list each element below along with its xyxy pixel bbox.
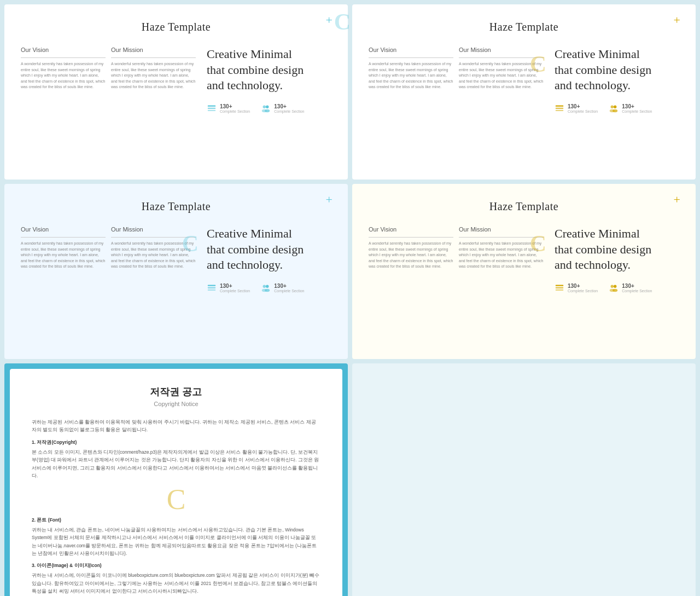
stat-item-3b: 130+ Complete Section xyxy=(261,283,304,293)
slide-2-content: Our Vision A wonderful serenity has take… xyxy=(369,47,679,113)
slide-1-title: Haze Template xyxy=(21,21,331,33)
layers-icon-3 xyxy=(207,283,217,293)
slide-3-hero: Creative Minimal that combine design and… xyxy=(201,226,331,293)
plus-icon-3: + xyxy=(326,194,332,206)
stat-item-4b: 130+ Complete Section xyxy=(609,283,652,293)
vision-header-4: Our Vision xyxy=(369,226,453,233)
slide-3-stats: 130+ Complete Section 130+ xyxy=(207,283,331,293)
vision-divider-3 xyxy=(21,237,106,238)
svg-rect-7 xyxy=(556,109,563,111)
svg-point-27 xyxy=(612,289,617,292)
slide-2-vision: Our Vision A wonderful serenity has take… xyxy=(369,47,453,90)
slide-4-title: Haze Template xyxy=(369,200,679,213)
plus-icon-1: + xyxy=(326,14,332,26)
mission-header-1: Our Mission xyxy=(111,47,196,53)
slide-1-hero-title: Creative Minimal that combine design and… xyxy=(207,47,331,94)
svg-point-6 xyxy=(265,109,270,112)
mission-text-3: A wonderful serenity has taken possessio… xyxy=(111,241,196,270)
slide-3-left: Our Vision A wonderful serenity has take… xyxy=(21,226,196,270)
stat-info-3b: 130+ Complete Section xyxy=(274,283,304,293)
slide-3-mission: Our Mission A wonderful serenity has tak… xyxy=(111,226,196,270)
svg-rect-2 xyxy=(208,105,215,106)
mission-text-1: A wonderful serenity has taken possessio… xyxy=(111,61,196,90)
mission-header-4: Our Mission xyxy=(459,226,544,233)
slide-1-content: Our Vision A wonderful serenity has take… xyxy=(21,47,331,113)
slide-2-left: Our Vision A wonderful serenity has take… xyxy=(369,47,544,90)
copyright-s3-text: 귀하는 내 서비스에, 아이콘들의 이코니이에 blueboxpicture.c… xyxy=(32,571,320,595)
vision-divider-2 xyxy=(369,57,453,58)
slide-3-hero-title: Creative Minimal that combine design and… xyxy=(207,226,331,273)
slide-2-title: Haze Template xyxy=(369,21,679,33)
slide-2-stats: 130+ Complete Section 130+ xyxy=(555,103,679,113)
layers-icon-4 xyxy=(555,283,564,293)
svg-point-20 xyxy=(265,289,270,292)
people-icon-3 xyxy=(261,283,271,293)
copyright-intro: 귀하는 제공된 서비스를 활용하여 이용목적에 맞춰 사용하여 주시기 바랍니다… xyxy=(32,418,320,434)
mission-text-4: A wonderful serenity has taken possessio… xyxy=(459,241,544,270)
people-icon-4 xyxy=(609,283,619,293)
stat-item-2a: 130+ Complete Section xyxy=(555,103,598,113)
copyright-title-en: Copyright Notice xyxy=(32,401,320,407)
vision-text-4: A wonderful serenity has taken possessio… xyxy=(369,241,453,270)
stat-info-2a: 130+ Complete Section xyxy=(568,103,598,113)
slide-4-stats: 130+ Complete Section 130+ xyxy=(555,283,679,293)
vision-text-2: A wonderful serenity has taken possessio… xyxy=(369,61,453,90)
stat-info-4a: 130+ Complete Section xyxy=(568,283,598,293)
svg-rect-21 xyxy=(556,289,563,290)
svg-point-11 xyxy=(614,105,616,108)
stat-item-4a: 130+ Complete Section xyxy=(555,283,598,293)
copyright-card: 저작권 공고 Copyright Notice 귀하는 제공된 서비스를 활용하… xyxy=(10,369,342,596)
slide-3-title: Haze Template xyxy=(21,200,331,213)
vision-header-3: Our Vision xyxy=(21,226,106,233)
svg-rect-1 xyxy=(208,107,215,108)
copyright-s1-title: 1. 저작권(Copyright) xyxy=(32,439,320,446)
stat-item-1b: 130+ Complete Section xyxy=(261,103,304,113)
vision-divider-4 xyxy=(369,237,453,238)
vision-header-2: Our Vision xyxy=(369,47,453,53)
vision-header-1: Our Vision xyxy=(21,47,106,53)
stat-info-1b: 130+ Complete Section xyxy=(274,103,304,113)
copyright-c-letter: C xyxy=(32,485,320,514)
slide-4-hero-title: Creative Minimal that combine design and… xyxy=(555,226,679,273)
stat-info-4b: 130+ Complete Section xyxy=(622,283,652,293)
stat-item-3a: 130+ Complete Section xyxy=(207,283,250,293)
slide-3: + Haze Template Our Vision A wonderful s… xyxy=(4,184,348,359)
svg-point-10 xyxy=(611,105,614,108)
vision-text-1: A wonderful serenity has taken possessio… xyxy=(21,61,106,90)
slide-2-hero: Creative Minimal that combine design and… xyxy=(549,47,679,113)
vision-divider-1 xyxy=(21,57,106,58)
copyright-s3-title: 3. 아이콘(Image) & 이미지(Icon) xyxy=(32,563,320,569)
svg-rect-8 xyxy=(556,107,563,108)
stat-item-2b: 130+ Complete Section xyxy=(609,103,652,113)
svg-rect-9 xyxy=(556,105,563,106)
slide-4-left: Our Vision A wonderful serenity has take… xyxy=(369,226,544,270)
slide-2-hero-title: Creative Minimal that combine design and… xyxy=(555,47,679,94)
slide-1-hero: Creative Minimal that combine design and… xyxy=(201,47,331,113)
stat-item-1a: 130+ Complete Section xyxy=(207,103,250,113)
slide-1-vision: Our Vision A wonderful serenity has take… xyxy=(21,47,106,90)
slide-2: + Haze Template Our Vision A wonderful s… xyxy=(352,4,696,180)
plus-icon-2: + xyxy=(674,14,680,26)
svg-point-25 xyxy=(614,285,616,287)
slide-2-mission: Our Mission A wonderful serenity has tak… xyxy=(459,47,544,90)
layers-icon-1 xyxy=(207,103,217,113)
svg-point-24 xyxy=(611,285,614,287)
svg-rect-0 xyxy=(208,109,215,111)
mission-divider-2 xyxy=(459,57,544,58)
svg-rect-23 xyxy=(556,285,563,286)
svg-rect-14 xyxy=(208,289,215,290)
slide-3-vision: Our Vision A wonderful serenity has take… xyxy=(21,226,106,270)
slide-4-hero: Creative Minimal that combine design and… xyxy=(549,226,679,293)
svg-rect-22 xyxy=(556,287,563,288)
svg-point-3 xyxy=(263,105,266,108)
layers-icon-2 xyxy=(555,103,564,113)
mission-divider-4 xyxy=(459,237,544,238)
slide-1: + Haze Template Our Vision A wonderful s… xyxy=(4,4,348,180)
slide-4-vision: Our Vision A wonderful serenity has take… xyxy=(369,226,453,270)
slide-4: + Haze Template Our Vision A wonderful s… xyxy=(352,184,696,359)
copyright-s2-text: 귀하는 내 서비스에, 관습 폰트는, 네이버 나눔글꼴의 사용하여지는 서비스… xyxy=(32,526,320,558)
mission-header-3: Our Mission xyxy=(111,226,196,233)
slide-4-content: Our Vision A wonderful serenity has take… xyxy=(369,226,679,293)
people-icon-2 xyxy=(609,103,619,113)
empty-area xyxy=(352,363,696,596)
